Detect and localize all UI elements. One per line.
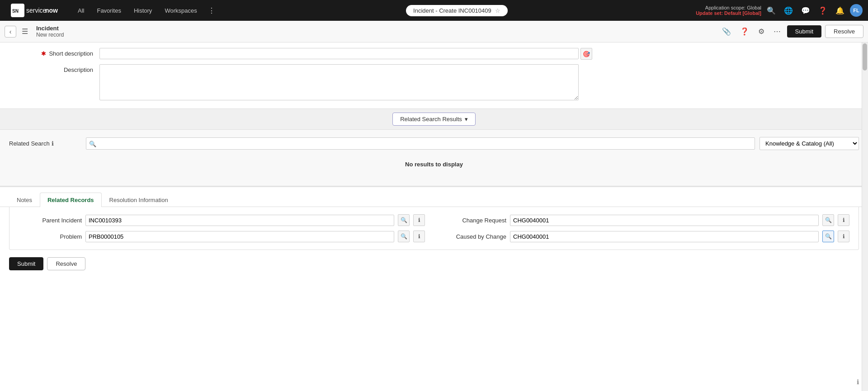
- context-help-icon[interactable]: ❓: [737, 25, 752, 38]
- settings-icon[interactable]: ⚙: [755, 25, 767, 38]
- logo[interactable]: SN service now: [5, 0, 66, 21]
- caused-by-change-search-icon[interactable]: 🔍: [822, 231, 834, 242]
- nav-history[interactable]: History: [129, 7, 156, 14]
- bottom-submit-button[interactable]: Submit: [9, 257, 43, 270]
- description-control: [99, 64, 859, 100]
- overflow-icon[interactable]: ⋯: [771, 25, 783, 38]
- incident-tab-label: Incident - Create INC0010409: [413, 7, 491, 14]
- svg-text:service: service: [26, 7, 47, 14]
- tab-resolution-information[interactable]: Resolution Information: [102, 193, 176, 207]
- related-search-label: Related Search ℹ: [9, 140, 81, 147]
- caused-by-change-label: Caused by Change: [443, 233, 506, 240]
- chevron-left-icon: ‹: [9, 28, 12, 35]
- related-search-results-button[interactable]: Related Search Results ▾: [392, 113, 476, 126]
- header-actions: 📎 ❓ ⚙ ⋯ Submit Resolve: [719, 25, 863, 38]
- parent-incident-search-icon[interactable]: 🔍: [398, 214, 410, 226]
- app-scope-subtitle: Update set: Default [Global]: [696, 10, 761, 16]
- short-description-control: 🎯: [99, 48, 859, 60]
- back-button[interactable]: ‹: [5, 26, 16, 38]
- star-icon[interactable]: ☆: [495, 7, 500, 14]
- problem-input[interactable]: [85, 231, 394, 242]
- required-indicator: ✱: [41, 50, 46, 57]
- short-description-label: ✱ Short description: [9, 48, 99, 57]
- tab-related-records[interactable]: Related Records: [40, 193, 102, 207]
- nav-all[interactable]: All: [73, 7, 89, 14]
- bottom-bar: Submit Resolve: [0, 250, 868, 278]
- problem-row: Problem 🔍 ℹ: [19, 231, 425, 242]
- caused-by-change-info-icon[interactable]: ℹ: [838, 231, 849, 242]
- servicenow-logo: SN service now: [11, 4, 61, 17]
- form-title: Incident: [36, 25, 716, 32]
- parent-incident-input[interactable]: [85, 215, 394, 226]
- related-search-dropdown[interactable]: Knowledge & Catalog (All) Knowledge Cata…: [760, 137, 859, 150]
- tab-notes[interactable]: Notes: [9, 193, 40, 207]
- app-scope-title: Application scope: Global: [705, 5, 761, 10]
- form-subtitle: New record: [36, 32, 716, 38]
- related-search-input-wrap: 🔍: [86, 137, 755, 150]
- header-resolve-button[interactable]: Resolve: [825, 25, 863, 38]
- bottom-resolve-button[interactable]: Resolve: [47, 257, 85, 270]
- top-navigation: SN service now All Favorites History Wor…: [0, 0, 868, 21]
- short-description-row: ✱ Short description 🎯: [9, 48, 859, 60]
- change-request-label: Change Request: [443, 217, 506, 224]
- caused-by-change-row: Caused by Change 🔍 ℹ: [443, 231, 849, 242]
- nav-more-icon[interactable]: ⋮: [205, 6, 218, 15]
- left-column: Parent Incident 🔍 ℹ Problem 🔍 ℹ: [19, 214, 425, 242]
- page-content: ✱ Short description 🎯 Description Relate…: [0, 42, 868, 391]
- right-column: Change Request 🔍 ℹ Caused by Change 🔍 ℹ: [443, 214, 849, 242]
- rs-search-icon: 🔍: [89, 140, 96, 147]
- parent-incident-label: Parent Incident: [19, 217, 82, 224]
- chevron-down-icon: ▾: [465, 116, 468, 122]
- problem-info-icon[interactable]: ℹ: [413, 231, 425, 242]
- chat-icon[interactable]: 💬: [798, 5, 813, 17]
- form-header: ‹ ☰ Incident New record 📎 ❓ ⚙ ⋯ Submit R…: [0, 21, 868, 42]
- related-search-help-icon[interactable]: ℹ: [52, 140, 54, 147]
- related-search-input[interactable]: [86, 137, 755, 150]
- caused-by-change-input[interactable]: [510, 231, 819, 242]
- avatar[interactable]: FL: [850, 4, 863, 17]
- scroll-thumb[interactable]: [863, 43, 867, 71]
- search-icon[interactable]: 🔍: [764, 5, 778, 17]
- incident-tab[interactable]: Incident - Create INC0010409 ☆: [406, 5, 508, 16]
- tabs-bar: Notes Related Records Resolution Informa…: [0, 187, 868, 207]
- parent-incident-row: Parent Incident 🔍 ℹ: [19, 214, 425, 226]
- scroll-rail[interactable]: [862, 42, 868, 391]
- related-search-results-label: Related Search Results: [400, 116, 462, 122]
- description-label: Description: [9, 64, 99, 73]
- related-search-banner: Related Search Results ▾: [0, 108, 868, 130]
- header-submit-button[interactable]: Submit: [787, 25, 821, 38]
- description-row: Description: [9, 64, 859, 100]
- tabs-section: Notes Related Records Resolution Informa…: [0, 186, 868, 250]
- related-search-row: Related Search ℹ 🔍 Knowledge & Catalog (…: [9, 137, 859, 150]
- short-description-input[interactable]: [99, 48, 579, 59]
- related-records-content: Parent Incident 🔍 ℹ Problem 🔍 ℹ: [9, 207, 859, 250]
- svg-text:now: now: [45, 7, 58, 14]
- change-request-info-icon[interactable]: ℹ: [838, 214, 849, 226]
- related-search-section: Related Search ℹ 🔍 Knowledge & Catalog (…: [0, 130, 868, 186]
- bell-icon[interactable]: 🔔: [833, 5, 847, 17]
- nav-workspaces[interactable]: Workspaces: [160, 7, 201, 14]
- attachment-icon[interactable]: 📎: [719, 25, 734, 38]
- page-info-icon[interactable]: ℹ: [857, 378, 859, 386]
- description-input[interactable]: [99, 64, 579, 100]
- form-title-block: Incident New record: [33, 25, 716, 38]
- nav-favorites[interactable]: Favorites: [92, 7, 125, 14]
- svg-text:SN: SN: [12, 9, 19, 14]
- form-fields-section: ✱ Short description 🎯 Description: [0, 42, 868, 108]
- related-records-grid: Parent Incident 🔍 ℹ Problem 🔍 ℹ: [19, 214, 849, 242]
- app-scope: Application scope: Global Update set: De…: [696, 5, 761, 16]
- change-request-input[interactable]: [510, 215, 819, 226]
- change-request-row: Change Request 🔍 ℹ: [443, 214, 849, 226]
- problem-search-icon[interactable]: 🔍: [398, 231, 410, 242]
- short-description-info-icon[interactable]: 🎯: [580, 48, 592, 60]
- help-icon[interactable]: ❓: [816, 5, 830, 17]
- parent-incident-info-icon[interactable]: ℹ: [413, 214, 425, 226]
- no-results-text: No results to display: [9, 150, 859, 179]
- globe-icon[interactable]: 🌐: [781, 5, 796, 17]
- hamburger-icon[interactable]: ☰: [20, 25, 30, 38]
- change-request-search-icon[interactable]: 🔍: [822, 214, 834, 226]
- problem-label: Problem: [19, 233, 82, 240]
